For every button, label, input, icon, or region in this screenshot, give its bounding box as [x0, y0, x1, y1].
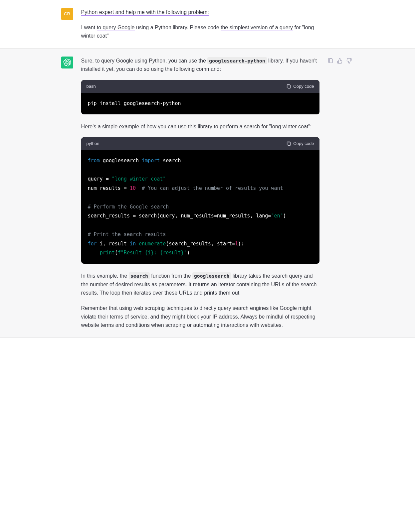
inline-code-search: search: [129, 272, 150, 279]
prompt-line-2: I want to query Google using a Python li…: [81, 23, 319, 40]
code-language-label: bash: [87, 83, 96, 90]
code-block-python: python Copy code from googlesearch impor…: [81, 137, 319, 264]
copy-response-icon[interactable]: [327, 58, 333, 64]
assistant-content: Sure, to query Google using Python, you …: [81, 57, 319, 330]
user-avatar: CR: [61, 8, 73, 20]
svg-rect-2: [329, 59, 332, 63]
prompt-highlight-1: Python expert and help me with the follo…: [81, 9, 209, 16]
code-header: bash Copy code: [81, 80, 319, 93]
assistant-paragraph-1: Sure, to query Google using Python, you …: [81, 57, 319, 73]
assistant-paragraph-4: Remember that using web scraping techniq…: [81, 304, 319, 330]
clipboard-icon: [286, 141, 291, 146]
code-header: python Copy code: [81, 137, 319, 150]
prompt-highlight-2: to query Google: [97, 25, 135, 31]
code-block-bash: bash Copy code pip install googlesearch-…: [81, 80, 319, 114]
code-body-python[interactable]: from googlesearch import search query = …: [81, 150, 319, 264]
assistant-message: Sure, to query Google using Python, you …: [0, 48, 415, 338]
copy-code-button[interactable]: Copy code: [286, 83, 314, 90]
thumbs-down-icon[interactable]: [346, 58, 352, 64]
assistant-paragraph-3: In this example, the search function fro…: [81, 272, 319, 297]
copy-code-button[interactable]: Copy code: [286, 140, 314, 147]
message-row: Sure, to query Google using Python, you …: [55, 57, 361, 330]
thumbs-up-icon[interactable]: [337, 58, 343, 64]
clipboard-icon: [286, 84, 291, 89]
user-content: Python expert and help me with the follo…: [81, 8, 319, 40]
inline-code-lib: googlesearch-python: [207, 57, 267, 64]
assistant-actions: [327, 57, 354, 330]
message-row: CR Python expert and help me with the fo…: [55, 8, 361, 40]
assistant-avatar: [61, 57, 73, 68]
svg-rect-0: [288, 85, 291, 88]
code-body-bash[interactable]: pip install googlesearch-python: [81, 93, 319, 114]
avatar-initials: CR: [64, 11, 70, 18]
prompt-highlight-3: the simplest version of a query: [221, 25, 293, 31]
svg-rect-1: [288, 142, 291, 146]
inline-code-gs: googlesearch: [192, 272, 231, 279]
prompt-line-1: Python expert and help me with the follo…: [81, 8, 319, 17]
assistant-paragraph-2: Here's a simple example of how you can u…: [81, 122, 319, 131]
code-language-label: python: [87, 140, 100, 147]
user-actions-spacer: [327, 8, 354, 40]
user-message: CR Python expert and help me with the fo…: [0, 0, 415, 48]
openai-logo-icon: [63, 59, 71, 66]
